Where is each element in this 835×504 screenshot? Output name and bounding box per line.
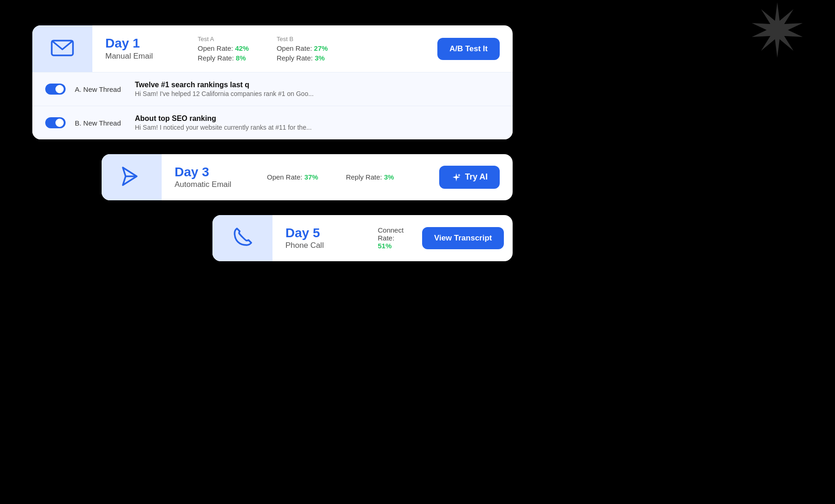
sparkle-icon (451, 172, 461, 182)
day3-icon-area (102, 154, 162, 200)
day5-card: Day 5 Phone Call Connect Rate: 51% View … (212, 215, 513, 261)
day3-open-value: 37% (304, 173, 318, 181)
day5-content: Day 5 Phone Call Connect Rate: 51% View … (272, 216, 513, 261)
day3-main-row: Day 3 Automatic Email Open Rate: 37% Rep… (102, 154, 513, 200)
day1-testa-label: Test A (198, 36, 249, 42)
day1-testa-reply-value: 8% (236, 54, 246, 62)
day1-testb-reply: Reply Rate: 3% (277, 54, 328, 62)
day5-subtitle: Phone Call (285, 241, 359, 250)
day3-title-block: Day 3 Automatic Email (175, 165, 248, 190)
svg-marker-0 (752, 2, 803, 58)
day3-stats: Open Rate: 37% Reply Rate: 3% (267, 173, 421, 181)
day1-title: Day 1 (105, 36, 179, 51)
day5-stats: Connect Rate: 51% (378, 226, 404, 250)
day5-title-block: Day 5 Phone Call (285, 226, 359, 251)
day1-main-row: Day 1 Manual Email Test A Open Rate: 42%… (32, 25, 513, 72)
thread-b-preview: Hi Sam! I noticed your website currently… (135, 124, 500, 131)
day3-card: Day 3 Automatic Email Open Rate: 37% Rep… (102, 154, 513, 200)
starburst-decoration (747, 0, 807, 60)
day5-main-row: Day 5 Phone Call Connect Rate: 51% View … (212, 215, 513, 261)
thread-b-subject: About top SEO ranking (135, 114, 500, 123)
day3-reply-value: 3% (384, 173, 394, 181)
day3-open-rate: Open Rate: 37% (267, 173, 318, 181)
day1-testb-open-value: 27% (314, 44, 328, 52)
view-transcript-button[interactable]: View Transcript (422, 227, 504, 249)
day1-testb-open: Open Rate: 27% (277, 44, 328, 52)
phone-icon (230, 225, 255, 252)
day1-testb-reply-value: 3% (315, 54, 325, 62)
day5-connect-value: 51% (378, 242, 392, 250)
cards-container: Day 1 Manual Email Test A Open Rate: 42%… (32, 25, 513, 261)
day1-content: Day 1 Manual Email Test A Open Rate: 42%… (92, 25, 513, 72)
try-ai-button[interactable]: Try AI (439, 166, 500, 189)
thread-b-label: B. New Thread (75, 119, 126, 127)
thread-a-subject: Twelve #1 search rankings last q (135, 81, 500, 89)
day5-icon-area (212, 215, 272, 261)
day1-testb-label: Test B (277, 36, 328, 42)
day1-test-b: Test B Open Rate: 27% Reply Rate: 3% (277, 36, 328, 62)
day5-title: Day 5 (285, 226, 359, 240)
thread-a-label: A. New Thread (75, 85, 126, 93)
day1-card: Day 1 Manual Email Test A Open Rate: 42%… (32, 25, 513, 139)
send-icon (119, 164, 144, 191)
day1-title-block: Day 1 Manual Email (105, 36, 179, 61)
day1-test-a: Test A Open Rate: 42% Reply Rate: 8% (198, 36, 249, 62)
thread-b-toggle[interactable] (45, 117, 66, 128)
thread-a-toggle[interactable] (45, 84, 66, 95)
thread-b-content: About top SEO ranking Hi Sam! I noticed … (135, 114, 500, 131)
email-icon (50, 36, 75, 62)
day3-subtitle: Automatic Email (175, 180, 248, 189)
thread-b-row: B. New Thread About top SEO ranking Hi S… (32, 106, 513, 139)
day1-stats: Test A Open Rate: 42% Reply Rate: 8% Tes… (198, 36, 419, 62)
day1-testa-reply: Reply Rate: 8% (198, 54, 249, 62)
thread-a-preview: Hi Sam! I've helped 12 California compan… (135, 90, 500, 97)
day1-subtitle: Manual Email (105, 52, 179, 61)
ab-test-button[interactable]: A/B Test It (437, 38, 500, 60)
day3-title: Day 3 (175, 165, 248, 180)
day3-open: Open Rate: 37% (267, 173, 318, 181)
day5-connect-rate: Connect Rate: 51% (378, 226, 404, 250)
day3-reply-rate: Reply Rate: 3% (346, 173, 394, 181)
thread-a-row: A. New Thread Twelve #1 search rankings … (32, 72, 513, 106)
day5-connect: Connect Rate: 51% (378, 226, 404, 250)
day1-testa-open-value: 42% (235, 44, 249, 52)
day1-icon-area (32, 25, 92, 72)
day3-content: Day 3 Automatic Email Open Rate: 37% Rep… (162, 155, 513, 200)
thread-a-content: Twelve #1 search rankings last q Hi Sam!… (135, 81, 500, 97)
day3-reply: Reply Rate: 3% (346, 173, 394, 181)
day1-testa-open: Open Rate: 42% (198, 44, 249, 52)
